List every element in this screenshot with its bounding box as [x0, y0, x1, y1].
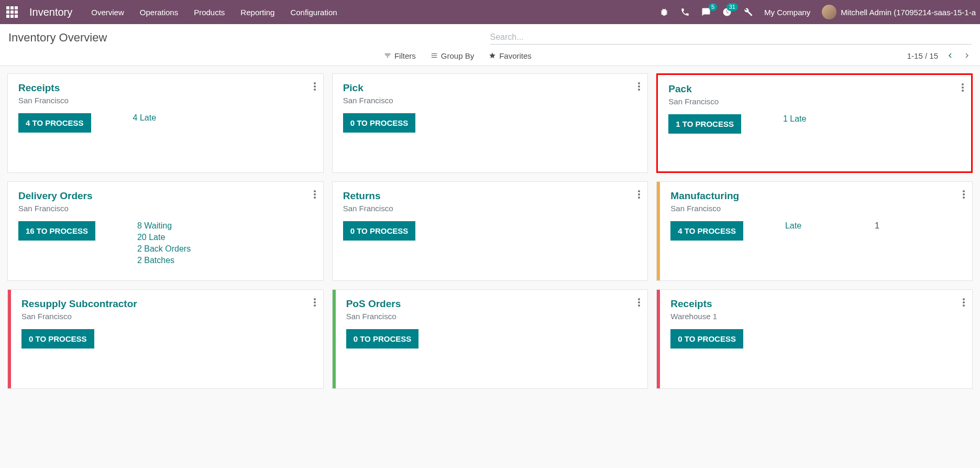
groupby-button[interactable]: Group By — [431, 51, 474, 60]
stat-link[interactable]: 2 Batches — [137, 256, 191, 265]
process-button[interactable]: 0 TO PROCESS — [670, 329, 743, 349]
filters-button[interactable]: Filters — [384, 51, 416, 60]
card-menu-icon[interactable] — [314, 297, 316, 308]
process-button[interactable]: 1 TO PROCESS — [668, 114, 741, 134]
card-title[interactable]: Receipts — [18, 82, 313, 94]
card-body: 0 TO PROCESS — [670, 329, 962, 349]
chat-badge: 5 — [709, 3, 717, 11]
card-subtitle: Warehouse 1 — [670, 312, 962, 321]
card-stats: 1 Late — [783, 114, 806, 124]
kanban-card[interactable]: Delivery OrdersSan Francisco16 TO PROCES… — [7, 181, 324, 281]
nav-reporting[interactable]: Reporting — [240, 8, 274, 17]
card-menu-icon[interactable] — [314, 81, 316, 92]
kanban-card[interactable]: PoS OrdersSan Francisco0 TO PROCESS — [332, 289, 648, 389]
stat-link[interactable]: 8 Waiting — [137, 221, 191, 231]
card-subtitle: San Francisco — [21, 312, 313, 321]
process-button[interactable]: 4 TO PROCESS — [18, 113, 91, 133]
user-menu[interactable]: Mitchell Admin (17095214-saas-15-1-a — [822, 5, 976, 19]
apps-icon[interactable] — [4, 4, 20, 20]
card-title[interactable]: PoS Orders — [346, 298, 637, 310]
card-body: 16 TO PROCESS8 Waiting20 Late2 Back Orde… — [18, 221, 313, 265]
stat-link[interactable]: 20 Late — [137, 233, 191, 242]
process-button[interactable]: 0 TO PROCESS — [343, 113, 416, 133]
card-color-bar — [333, 290, 336, 388]
kanban-card[interactable]: PickSan Francisco0 TO PROCESS — [332, 73, 648, 173]
stat-value: 1 — [875, 221, 879, 231]
app-brand[interactable]: Inventory — [29, 6, 72, 18]
card-menu-icon[interactable] — [638, 189, 640, 200]
card-title[interactable]: Receipts — [670, 298, 962, 310]
kanban-card[interactable]: Resupply SubcontractorSan Francisco0 TO … — [7, 289, 324, 389]
card-subtitle: San Francisco — [668, 97, 961, 106]
card-body: 0 TO PROCESS — [343, 113, 637, 133]
stat-link[interactable]: 4 Late — [133, 113, 156, 123]
card-title[interactable]: Resupply Subcontractor — [21, 298, 313, 310]
card-title[interactable]: Manufacturing — [670, 190, 962, 202]
process-button[interactable]: 0 TO PROCESS — [346, 329, 419, 349]
card-menu-icon[interactable] — [638, 81, 640, 92]
avatar — [822, 5, 836, 19]
card-subtitle: San Francisco — [18, 204, 313, 213]
card-color-bar — [657, 182, 660, 280]
stat-link[interactable]: Late — [785, 221, 801, 231]
card-subtitle: San Francisco — [670, 204, 962, 213]
pager-text: 1-15 / 15 — [907, 51, 938, 60]
user-name: Mitchell Admin (17095214-saas-15-1-a — [841, 8, 976, 17]
stat-link[interactable]: 2 Back Orders — [137, 244, 191, 254]
card-subtitle: San Francisco — [343, 204, 637, 213]
kanban-card[interactable]: ReturnsSan Francisco0 TO PROCESS — [332, 181, 648, 281]
card-menu-icon[interactable] — [314, 189, 316, 200]
process-button[interactable]: 0 TO PROCESS — [343, 221, 416, 241]
card-color-bar — [8, 290, 11, 388]
card-subtitle: San Francisco — [343, 96, 637, 105]
search-wrap — [490, 30, 972, 45]
company-switcher[interactable]: My Company — [764, 8, 810, 17]
nav-operations[interactable]: Operations — [140, 8, 178, 17]
control-panel: Inventory Overview Filters Group By Favo… — [0, 24, 980, 66]
card-menu-icon[interactable] — [963, 297, 965, 308]
nav-configuration[interactable]: Configuration — [290, 8, 337, 17]
card-subtitle: San Francisco — [18, 96, 313, 105]
nav-products[interactable]: Products — [194, 8, 225, 17]
card-body: 4 TO PROCESS4 Late — [18, 113, 313, 133]
process-button[interactable]: 0 TO PROCESS — [21, 329, 94, 349]
stat-link[interactable]: 1 Late — [783, 114, 806, 124]
navbar-left: Inventory Overview Operations Products R… — [4, 4, 337, 20]
list-icon — [431, 52, 438, 59]
card-menu-icon[interactable] — [963, 189, 965, 200]
bug-icon[interactable] — [659, 7, 669, 17]
card-menu-icon[interactable] — [638, 297, 640, 308]
nav-overview[interactable]: Overview — [91, 8, 124, 17]
search-input[interactable] — [490, 32, 972, 42]
card-title[interactable]: Delivery Orders — [18, 190, 313, 202]
star-icon — [489, 52, 496, 59]
kanban-view: ReceiptsSan Francisco4 TO PROCESS4 LateP… — [0, 66, 980, 396]
chevron-right-icon — [962, 51, 972, 60]
card-stats: 4 Late — [133, 113, 156, 123]
card-title[interactable]: Pack — [668, 83, 961, 95]
pager: 1-15 / 15 — [907, 51, 972, 60]
card-title[interactable]: Pick — [343, 82, 637, 94]
kanban-card[interactable]: ReceiptsSan Francisco4 TO PROCESS4 Late — [7, 73, 324, 173]
card-title[interactable]: Returns — [343, 190, 637, 202]
phone-icon[interactable] — [680, 7, 690, 17]
kanban-card[interactable]: ManufacturingSan Francisco4 TO PROCESSLa… — [656, 181, 973, 281]
pager-prev[interactable] — [945, 51, 955, 60]
activity-icon[interactable]: 31 — [722, 7, 732, 17]
card-body: 0 TO PROCESS — [21, 329, 313, 349]
chat-icon[interactable]: 5 — [701, 7, 711, 17]
process-button[interactable]: 16 TO PROCESS — [18, 221, 95, 241]
search-options: Filters Group By Favorites — [384, 51, 532, 60]
pager-next[interactable] — [962, 51, 972, 60]
process-button[interactable]: 4 TO PROCESS — [670, 221, 743, 241]
page-title: Inventory Overview — [8, 31, 107, 45]
card-body: 0 TO PROCESS — [346, 329, 637, 349]
card-color-bar — [657, 290, 660, 388]
kanban-card[interactable]: PackSan Francisco1 TO PROCESS1 Late — [656, 73, 973, 173]
tools-icon[interactable] — [743, 7, 753, 17]
card-body: 1 TO PROCESS1 Late — [668, 114, 961, 134]
favorites-button[interactable]: Favorites — [489, 51, 532, 60]
card-menu-icon[interactable] — [962, 82, 964, 93]
nav-menu: Overview Operations Products Reporting C… — [91, 8, 337, 17]
kanban-card[interactable]: ReceiptsWarehouse 10 TO PROCESS — [656, 289, 973, 389]
